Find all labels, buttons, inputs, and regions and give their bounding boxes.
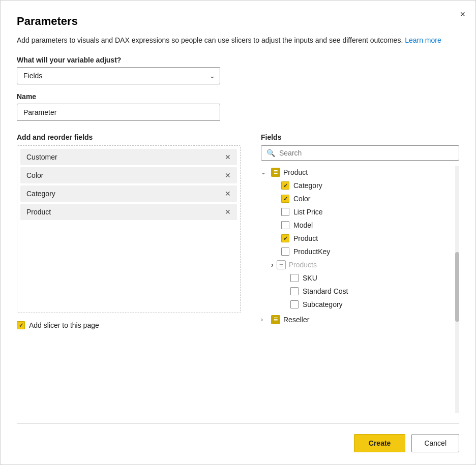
name-section: Name [17,92,459,121]
tree-subgroup-products-header[interactable]: › ☰ Products [261,258,453,271]
field-item-label: Product [26,208,51,216]
tree-item-label: ProductKey [293,247,330,256]
group-name-reseller: Reseller [283,316,309,324]
tree-group-product-header[interactable]: ⌄ ☰ Product [261,166,453,179]
checkbox-product[interactable] [281,234,289,242]
field-item-label: Color [26,171,43,179]
subgroup-name-products: Products [289,261,317,269]
scrollbar-thumb[interactable] [455,252,459,321]
variable-select-wrapper: Fields Numeric range ⌄ [17,67,220,84]
tree-item-label: Category [293,181,322,190]
tree-item-product[interactable]: Product [281,232,453,245]
parameters-dialog: × Parameters Add parameters to visuals a… [0,0,476,465]
cancel-button[interactable]: Cancel [411,434,459,452]
remove-product-button[interactable]: ✕ [225,208,231,215]
tree-item-standardcost[interactable]: Standard Cost [290,285,453,298]
checkbox-model[interactable] [281,221,289,229]
tree-item-label: Product [293,234,318,242]
tree-items-products-sub: SKU Standard Cost Subcategory [261,271,453,311]
variable-section: What will your variable adjust? Fields N… [17,56,459,84]
remove-color-button[interactable]: ✕ [225,172,231,179]
dialog-title: Parameters [17,15,459,28]
tree-items-product: Category Color List Price [261,179,453,258]
checkbox-sku[interactable] [290,274,299,282]
left-column: Add and reorder fields Customer ✕ Color … [17,133,241,413]
add-slicer-section[interactable]: Add slicer to this page [17,321,241,329]
remove-category-button[interactable]: ✕ [225,190,231,197]
checkbox-standardcost[interactable] [290,287,299,295]
tree-item-model[interactable]: Model [281,219,453,232]
field-item-customer: Customer ✕ [20,149,237,165]
checkbox-category[interactable] [281,181,289,190]
tree-item-label: Model [293,221,313,229]
learn-more-link[interactable]: Learn more [405,36,441,44]
fields-tree-wrapper: ⌄ ☰ Product Category [261,166,459,413]
field-item-product: Product ✕ [20,204,237,220]
scrollbar-track[interactable] [455,166,459,413]
name-label: Name [17,92,459,101]
table-icon: ☰ [271,168,280,177]
tree-item-color[interactable]: Color [281,192,453,205]
chevron-down-icon: ⌄ [261,169,268,176]
tree-item-label: Color [293,195,310,203]
main-content: Add and reorder fields Customer ✕ Color … [17,133,459,413]
tree-item-category[interactable]: Category [281,179,453,192]
checkbox-subcategory[interactable] [290,300,299,308]
dialog-footer: Create Cancel [17,423,459,452]
create-button[interactable]: Create [354,434,406,452]
add-slicer-label: Add slicer to this page [29,321,99,329]
name-input[interactable] [17,104,220,121]
table-icon-greyed: ☰ [277,260,286,269]
field-item-label: Customer [26,153,57,161]
search-icon: 🔍 [266,149,275,157]
close-button[interactable]: × [460,10,465,19]
field-item-category: Category ✕ [20,185,237,202]
tree-item-productkey[interactable]: ProductKey [281,245,453,258]
remove-customer-button[interactable]: ✕ [225,153,231,161]
tree-item-sku[interactable]: SKU [290,271,453,285]
group-name-product: Product [283,168,308,176]
tree-item-label: SKU [303,274,317,282]
fields-panel-label: Fields [261,133,459,141]
variable-select[interactable]: Fields Numeric range [17,67,220,84]
checkbox-productkey[interactable] [281,247,289,256]
tree-group-product: ⌄ ☰ Product Category [261,166,453,311]
table-icon: ☰ [271,315,280,324]
tree-item-label: Subcategory [303,300,343,308]
search-input[interactable] [279,149,454,157]
tree-item-listprice[interactable]: List Price [281,205,453,219]
checkbox-listprice[interactable] [281,208,289,216]
chevron-right-icon: › [261,316,268,323]
tree-item-label: Standard Cost [303,287,348,295]
field-item-color: Color ✕ [20,167,237,183]
field-item-label: Category [26,190,55,198]
chevron-right-icon: › [271,261,274,269]
search-box[interactable]: 🔍 [261,145,459,161]
dialog-description: Add parameters to visuals and DAX expres… [17,35,459,46]
tree-group-reseller: › ☰ Reseller [261,313,453,326]
right-column: Fields 🔍 ⌄ ☰ Product [261,133,459,413]
tree-group-reseller-header[interactable]: › ☰ Reseller [261,313,453,326]
fields-list[interactable]: Customer ✕ Color ✕ Category ✕ Product ✕ [17,145,241,313]
tree-item-subcategory[interactable]: Subcategory [290,298,453,311]
add-reorder-label: Add and reorder fields [17,133,241,141]
fields-tree: ⌄ ☰ Product Category [261,166,455,413]
variable-label: What will your variable adjust? [17,56,459,64]
tree-item-label: List Price [293,208,323,216]
add-slicer-checkbox[interactable] [17,321,25,329]
checkbox-color[interactable] [281,195,289,203]
